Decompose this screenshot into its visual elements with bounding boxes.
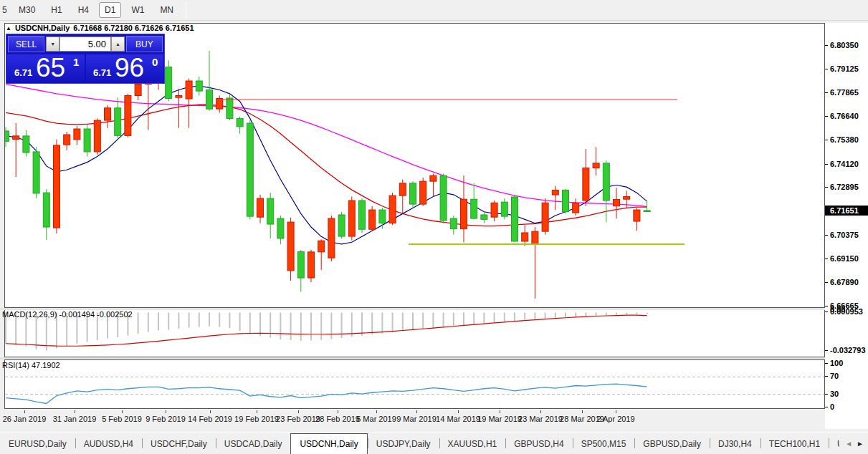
chart-tab-eurusd[interactable]: EURUSD,Daily: [0, 433, 75, 454]
candle: [318, 241, 325, 252]
candle: [115, 108, 121, 136]
chart-tab-usdchf[interactable]: USDCHF,Daily: [142, 433, 216, 454]
axis-tick: [825, 394, 828, 395]
date-axis-tick: [540, 410, 541, 413]
axis-tick: [825, 376, 828, 377]
date-tick-label: 19 Feb 2019: [234, 415, 279, 423]
timeframe-button-m30[interactable]: M30: [13, 2, 41, 18]
buy-price-prefix: 6.71: [93, 67, 111, 78]
candle: [450, 218, 457, 229]
collapse-trade-panel-icon[interactable]: ▲: [6, 25, 11, 32]
tabs-scroll-right-icon[interactable]: ►: [857, 440, 864, 448]
chart-ohlc-quotes: 6.71668 6.72180 6.71626 6.71651: [73, 24, 194, 32]
axis-tick: [825, 235, 828, 236]
price-tick-label: 6.79125: [830, 64, 859, 73]
axis-tick: [825, 187, 828, 188]
candle: [563, 190, 569, 211]
timeframe-button-mn[interactable]: MN: [154, 2, 179, 18]
chart-tab-dj30[interactable]: DJ30,H4: [710, 433, 760, 454]
date-axis-tick: [257, 410, 257, 413]
candle: [237, 118, 243, 126]
candle: [287, 222, 294, 271]
candle: [440, 175, 447, 221]
candle: [267, 198, 274, 224]
macd-signal-line: [6, 315, 647, 346]
chart-symbol-label: USDCNH,Daily: [15, 24, 70, 32]
chart-tab-gbpusd[interactable]: GBPUSD,H4: [505, 433, 572, 454]
date-tick-label: 9 Mar 2019: [396, 415, 437, 423]
price-tick-label: 6.74120: [830, 160, 859, 168]
tabs-scroll-left-icon[interactable]: ◄: [845, 440, 852, 448]
candle: [542, 203, 548, 231]
date-tick-label: 5 Mar 2019: [356, 415, 396, 423]
panel-splitter[interactable]: [0, 357, 868, 359]
candle: [23, 136, 29, 153]
chart-tab-usdjpy[interactable]: USDJPY,Daily: [368, 433, 439, 454]
timeframe-button-h1[interactable]: H1: [45, 2, 67, 18]
price-tick-label: 6.67890: [830, 278, 859, 286]
volume-increase-spinner[interactable]: ▲: [111, 37, 125, 52]
candle: [491, 203, 497, 217]
candle: [369, 210, 376, 229]
buy-price-big-digits: 96: [115, 53, 144, 83]
spinner-up-icon: ▲: [115, 42, 120, 47]
candle: [573, 203, 579, 213]
candle: [277, 218, 284, 238]
sell-button[interactable]: SELL: [8, 36, 44, 52]
date-axis[interactable]: 26 Jan 201931 Jan 20195 Feb 20199 Feb 20…: [4, 410, 825, 426]
date-tick-label: 26 Jan 2019: [3, 415, 47, 423]
chart-tab-usdcnh[interactable]: USDCNH,Daily: [290, 433, 367, 454]
chart-tab-gbpusd[interactable]: GBPUSD,Daily: [634, 433, 710, 454]
candle: [226, 98, 233, 118]
price-tick-label: 6.70375: [830, 231, 859, 239]
chart-tab-audusd[interactable]: AUDUSD,H4: [75, 433, 142, 454]
candle: [359, 201, 366, 229]
candle: [206, 90, 213, 110]
candle: [471, 199, 477, 218]
date-axis-tick: [210, 410, 211, 413]
timeframe-button-5[interactable]: 5: [0, 2, 9, 18]
volume-input[interactable]: [59, 37, 111, 52]
date-axis-tick: [166, 410, 166, 413]
rsi-panel[interactable]: [4, 359, 825, 409]
chart-tab-sp500[interactable]: SP500,M15: [573, 433, 635, 454]
date-tick-label: 23 Mar 2019: [518, 415, 563, 423]
timeframe-button-w1[interactable]: W1: [125, 2, 150, 18]
candle: [389, 195, 396, 223]
current-price-badge: 6.71651: [825, 206, 868, 216]
volume-decrease-spinner[interactable]: ▼: [46, 37, 59, 52]
date-axis-tick: [500, 410, 500, 413]
date-tick-label: 9 Feb 2019: [146, 415, 186, 423]
buy-price-display[interactable]: 6.71 96 0: [86, 54, 163, 83]
timeframe-button-d1[interactable]: D1: [99, 2, 121, 18]
chart-tabs-bar: EURUSD,DailyAUDUSD,H4USDCHF,DailyUSDCAD,…: [0, 433, 868, 454]
chart-tab-xauusd[interactable]: XAUUSD,H1: [439, 433, 506, 454]
price-scale-axis[interactable]: 6.803506.791256.778656.766406.753806.741…: [825, 23, 868, 429]
chart-tab-usdcad[interactable]: USDCAD,Daily: [216, 433, 291, 454]
axis-tick: [825, 407, 828, 407]
axis-tick: [825, 140, 828, 140]
candle: [512, 197, 518, 241]
candle: [501, 202, 507, 216]
candle: [64, 135, 70, 145]
timeframe-toolbar: 5M30H1H4D1W1MN: [0, 0, 868, 21]
buy-button[interactable]: BUY: [126, 36, 163, 52]
chart-tab-ukc[interactable]: UKC: [829, 433, 839, 454]
axis-tick: [825, 311, 828, 312]
axis-tick: [825, 306, 828, 306]
candle: [338, 215, 345, 236]
candle: [43, 193, 49, 227]
candle: [624, 196, 630, 199]
chart-tab-tech100[interactable]: TECH100,H1: [760, 433, 829, 454]
candle: [593, 163, 599, 168]
date-axis-tick: [24, 410, 25, 413]
sell-price-display[interactable]: 6.71 65 1: [7, 54, 85, 83]
rsi-scale-label: 100: [830, 359, 843, 367]
axis-tick: [825, 69, 828, 69]
timeframe-button-h4[interactable]: H4: [72, 2, 95, 18]
date-axis-tick: [416, 410, 417, 413]
macd-scale-max-label: 0.000953: [830, 307, 863, 316]
buy-price-pip-digit: 0: [152, 56, 158, 68]
candle: [297, 252, 304, 278]
candle: [481, 215, 487, 219]
